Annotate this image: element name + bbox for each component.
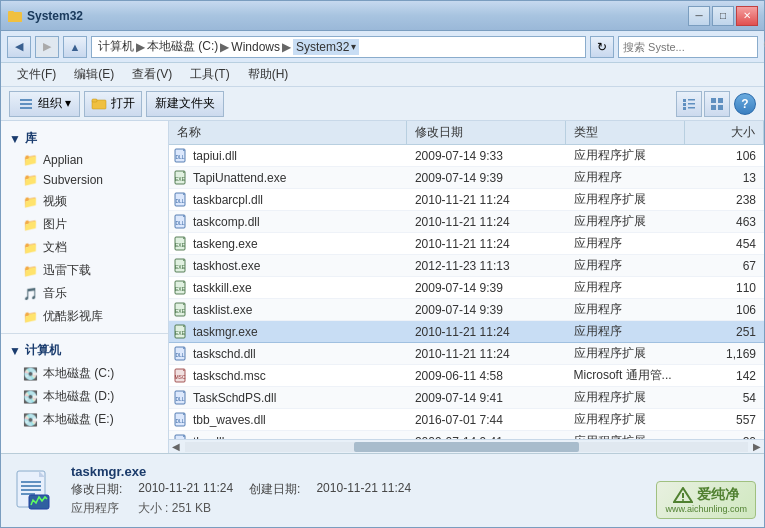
table-row[interactable]: EXE tasklist.exe 2009-07-14 9:39 应用程序 10… xyxy=(169,299,764,321)
menu-help[interactable]: 帮助(H) xyxy=(240,64,297,85)
file-type-cell: 应用程序扩展 xyxy=(566,389,685,406)
close-button[interactable]: ✕ xyxy=(736,6,758,26)
scroll-left-button[interactable]: ◀ xyxy=(169,441,183,452)
file-name: taskcomp.dll xyxy=(193,215,260,229)
breadcrumb-drive[interactable]: 本地磁盘 (C:) xyxy=(147,38,218,55)
svg-point-69 xyxy=(682,499,684,501)
file-area: 名称 修改日期 类型 大小 DLL tapiui.dll 2009-07-14 … xyxy=(169,121,764,453)
file-date-cell: 2010-11-21 11:24 xyxy=(407,215,566,229)
help-button[interactable]: ? xyxy=(734,93,756,115)
svg-rect-10 xyxy=(683,103,686,106)
sidebar-item-drive-d[interactable]: 💽 本地磁盘 (D:) xyxy=(1,385,168,408)
view-details-button[interactable] xyxy=(676,91,702,117)
file-type-icon: DLL xyxy=(173,390,189,406)
sidebar-item-music[interactable]: 🎵 音乐 xyxy=(1,282,168,305)
file-size-cell: 54 xyxy=(685,391,764,405)
status-file-icon xyxy=(11,467,59,515)
sidebar-item-pictures[interactable]: 📁 图片 xyxy=(1,213,168,236)
status-filename: taskmgr.exe xyxy=(71,464,754,479)
table-row[interactable]: EXE taskeng.exe 2010-11-21 11:24 应用程序 45… xyxy=(169,233,764,255)
svg-rect-63 xyxy=(21,485,41,487)
col-header-type[interactable]: 类型 xyxy=(566,121,685,144)
new-folder-button[interactable]: 新建文件夹 xyxy=(146,91,224,117)
file-type-icon: DLL xyxy=(173,192,189,208)
open-button[interactable]: 打开 xyxy=(84,91,142,117)
svg-text:DLL: DLL xyxy=(175,418,184,424)
restore-button[interactable]: □ xyxy=(712,6,734,26)
breadcrumb-system32[interactable]: System32 ▾ xyxy=(293,39,359,55)
back-button[interactable]: ◀ xyxy=(7,36,31,58)
svg-text:DLL: DLL xyxy=(175,352,184,358)
table-row[interactable]: DLL tapiui.dll 2009-07-14 9:33 应用程序扩展 10… xyxy=(169,145,764,167)
minimize-button[interactable]: ─ xyxy=(688,6,710,26)
file-name-cell: EXE taskmgr.exe xyxy=(169,324,407,340)
sidebar-library-label: 库 xyxy=(25,130,37,147)
menu-view[interactable]: 查看(V) xyxy=(124,64,180,85)
search-box[interactable]: 🔍 xyxy=(618,36,758,58)
folder-icon: 📁 xyxy=(23,241,38,255)
sidebar-item-drive-e[interactable]: 💽 本地磁盘 (E:) xyxy=(1,408,168,431)
sidebar-item-subversion[interactable]: 📁 Subversion xyxy=(1,170,168,190)
file-date-cell: 2010-11-21 11:24 xyxy=(407,193,566,207)
sidebar-item-youku[interactable]: 📁 优酷影视库 xyxy=(1,305,168,328)
scroll-thumb[interactable] xyxy=(354,442,579,452)
sidebar-item-documents[interactable]: 📁 文档 xyxy=(1,236,168,259)
table-row[interactable]: DLL taskschd.dll 2010-11-21 11:24 应用程序扩展… xyxy=(169,343,764,365)
table-row[interactable]: DLL taskcomp.dll 2010-11-21 11:24 应用程序扩展… xyxy=(169,211,764,233)
svg-text:DLL: DLL xyxy=(175,220,184,226)
view-large-button[interactable] xyxy=(704,91,730,117)
scroll-track[interactable] xyxy=(185,442,748,452)
breadcrumb-computer[interactable]: 计算机 xyxy=(98,38,134,55)
col-header-date[interactable]: 修改日期 xyxy=(407,121,566,144)
col-header-name[interactable]: 名称 xyxy=(169,121,407,144)
status-details: 修改日期: 2010-11-21 11:24 创建日期: 2010-11-21 … xyxy=(71,481,754,498)
file-type-cell: 应用程序 xyxy=(566,169,685,186)
file-name-cell: DLL taskschd.dll xyxy=(169,346,407,362)
status-size-separator2: : xyxy=(165,501,172,515)
sidebar-item-thunder[interactable]: 📁 迅雷下载 xyxy=(1,259,168,282)
table-row[interactable]: EXE taskmgr.exe 2010-11-21 11:24 应用程序 25… xyxy=(169,321,764,343)
sidebar-header-library[interactable]: ▼ 库 xyxy=(1,127,168,150)
file-type-icon: DLL xyxy=(173,148,189,164)
file-size-cell: 106 xyxy=(685,149,764,163)
file-name: taskschd.msc xyxy=(193,369,266,383)
file-date-cell: 2009-06-11 4:58 xyxy=(407,369,566,383)
drive-icon: 💽 xyxy=(23,390,38,404)
menu-edit[interactable]: 编辑(E) xyxy=(66,64,122,85)
file-date-cell: 2016-07-01 7:44 xyxy=(407,413,566,427)
file-type-icon: EXE xyxy=(173,280,189,296)
svg-rect-13 xyxy=(688,107,695,109)
sidebar-header-computer[interactable]: ▼ 计算机 xyxy=(1,339,168,362)
sidebar-item-video[interactable]: 📁 视频 xyxy=(1,190,168,213)
menu-file[interactable]: 文件(F) xyxy=(9,64,64,85)
organize-button[interactable]: 组织 ▾ xyxy=(9,91,80,117)
table-row[interactable]: DLL tbs.dll 2009-07-14 9:41 应用程序扩展 20 xyxy=(169,431,764,439)
table-row[interactable]: MSC taskschd.msc 2009-06-11 4:58 Microso… xyxy=(169,365,764,387)
breadcrumb-windows[interactable]: Windows xyxy=(231,40,280,54)
file-name-cell: DLL taskbarcpl.dll xyxy=(169,192,407,208)
file-type-cell: 应用程序 xyxy=(566,257,685,274)
sidebar-item-applian[interactable]: 📁 Applian xyxy=(1,150,168,170)
refresh-button[interactable]: ↻ xyxy=(590,36,614,58)
sidebar-item-drive-c[interactable]: 💽 本地磁盘 (C:) xyxy=(1,362,168,385)
table-row[interactable]: EXE taskkill.exe 2009-07-14 9:39 应用程序 11… xyxy=(169,277,764,299)
forward-button[interactable]: ▶ xyxy=(35,36,59,58)
table-row[interactable]: DLL TaskSchdPS.dll 2009-07-14 9:41 应用程序扩… xyxy=(169,387,764,409)
file-name: taskmgr.exe xyxy=(193,325,258,339)
search-input[interactable] xyxy=(623,41,761,53)
file-name-cell: DLL tbb_waves.dll xyxy=(169,412,407,428)
col-header-size[interactable]: 大小 xyxy=(685,121,764,144)
horizontal-scrollbar[interactable]: ◀ ▶ xyxy=(169,439,764,453)
address-path[interactable]: 计算机 ▶ 本地磁盘 (C:) ▶ Windows ▶ System32 ▾ xyxy=(91,36,586,58)
menu-tools[interactable]: 工具(T) xyxy=(182,64,237,85)
up-button[interactable]: ▲ xyxy=(63,36,87,58)
table-row[interactable]: DLL taskbarcpl.dll 2010-11-21 11:24 应用程序… xyxy=(169,189,764,211)
table-row[interactable]: EXE taskhost.exe 2012-11-23 11:13 应用程序 6… xyxy=(169,255,764,277)
file-type-icon: EXE xyxy=(173,236,189,252)
watermark-icon xyxy=(673,487,693,503)
file-size-cell: 1,169 xyxy=(685,347,764,361)
scroll-right-button[interactable]: ▶ xyxy=(750,441,764,452)
toolbar: 组织 ▾ 打开 新建文件夹 xyxy=(1,87,764,121)
table-row[interactable]: DLL tbb_waves.dll 2016-07-01 7:44 应用程序扩展… xyxy=(169,409,764,431)
table-row[interactable]: EXE TapiUnattend.exe 2009-07-14 9:39 应用程… xyxy=(169,167,764,189)
